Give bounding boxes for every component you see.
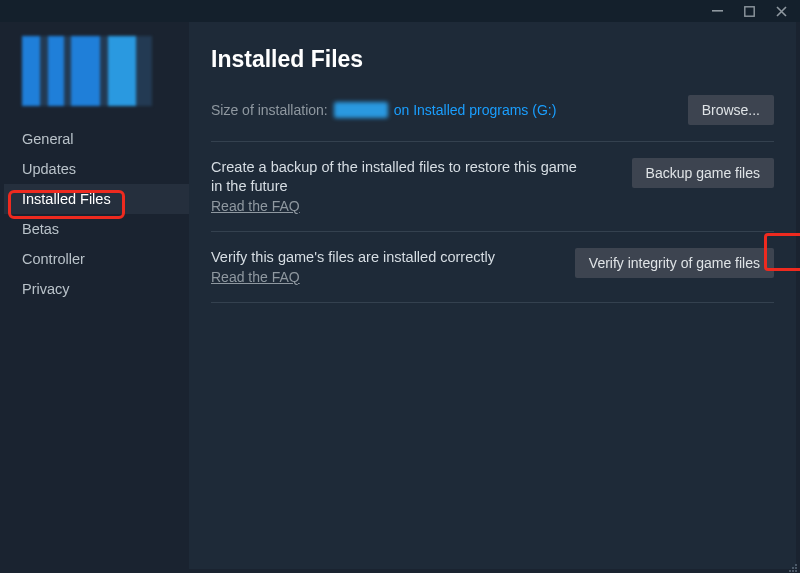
page-title: Installed Files <box>211 46 774 73</box>
svg-point-3 <box>792 567 794 569</box>
install-size-value <box>334 102 388 118</box>
sidebar-item-installed-files[interactable]: Installed Files <box>4 184 189 214</box>
browse-button[interactable]: Browse... <box>688 95 774 125</box>
svg-point-4 <box>795 567 797 569</box>
sidebar-item-general[interactable]: General <box>4 124 189 154</box>
minimize-button[interactable] <box>704 2 730 20</box>
sidebar-item-label: Updates <box>22 161 76 177</box>
sidebar-item-label: Privacy <box>22 281 70 297</box>
backup-section: Create a backup of the installed files t… <box>211 142 774 232</box>
maximize-button[interactable] <box>736 2 762 20</box>
sidebar-item-label: Controller <box>22 251 85 267</box>
properties-window: General Updates Installed Files Betas Co… <box>4 22 796 569</box>
backup-faq-link[interactable]: Read the FAQ <box>211 198 300 214</box>
resize-grip-icon[interactable] <box>786 559 798 571</box>
svg-point-5 <box>789 570 791 572</box>
backup-game-files-button[interactable]: Backup game files <box>632 158 774 188</box>
verify-section: Verify this game's files are installed c… <box>211 232 774 303</box>
sidebar-item-label: Betas <box>22 221 59 237</box>
sidebar-item-privacy[interactable]: Privacy <box>4 274 189 304</box>
sidebar-item-betas[interactable]: Betas <box>4 214 189 244</box>
backup-description: Create a backup of the installed files t… <box>211 158 581 196</box>
svg-point-6 <box>792 570 794 572</box>
content-panel: Installed Files Size of installation: on… <box>189 22 796 569</box>
verify-integrity-button[interactable]: Verify integrity of game files <box>575 248 774 278</box>
install-drive-link[interactable]: on Installed programs (G:) <box>394 102 557 118</box>
svg-point-2 <box>795 564 797 566</box>
verify-faq-link[interactable]: Read the FAQ <box>211 269 300 285</box>
svg-rect-0 <box>712 10 723 12</box>
size-prefix: Size of installation: <box>211 102 328 118</box>
svg-point-7 <box>795 570 797 572</box>
close-button[interactable] <box>768 2 794 20</box>
install-size-row: Size of installation: on Installed progr… <box>211 95 774 142</box>
sidebar-item-label: Installed Files <box>22 191 111 207</box>
sidebar-item-label: General <box>22 131 74 147</box>
game-thumbnail <box>22 36 152 106</box>
svg-rect-1 <box>744 6 753 15</box>
sidebar: General Updates Installed Files Betas Co… <box>4 22 189 569</box>
verify-description: Verify this game's files are installed c… <box>211 248 495 267</box>
sidebar-item-controller[interactable]: Controller <box>4 244 189 274</box>
window-titlebar <box>0 0 800 22</box>
sidebar-item-updates[interactable]: Updates <box>4 154 189 184</box>
